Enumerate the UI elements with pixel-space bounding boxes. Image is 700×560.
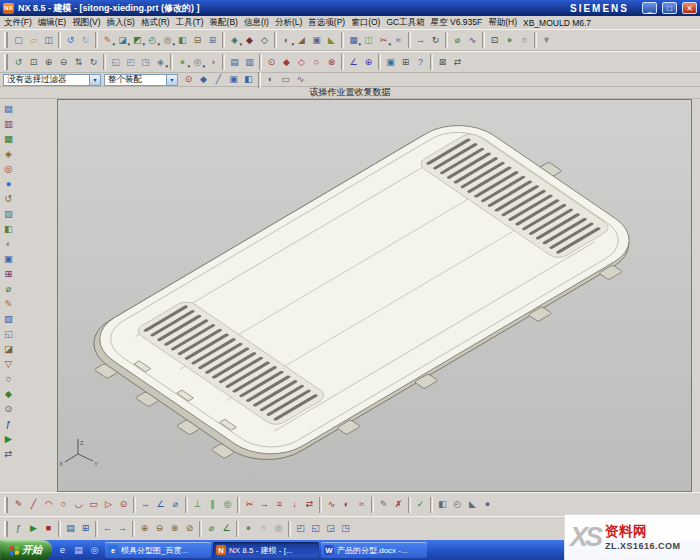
studio-mode-icon[interactable]: ◑ (205, 56, 220, 69)
snap-center-icon[interactable]: ○ (309, 56, 324, 69)
extrude-icon[interactable]: ◩▾ (130, 34, 145, 47)
minimize-button[interactable]: _ (642, 2, 657, 14)
side-view-icon[interactable]: ◳ (138, 56, 153, 69)
select-edge-icon[interactable]: ╱ (211, 73, 226, 86)
menu-item-6[interactable]: 工具(T) (176, 17, 204, 29)
sphere-icon[interactable]: ● (480, 495, 495, 515)
taskbar-task[interactable]: W产品的分型.docx -... (321, 542, 427, 558)
move-object-icon[interactable]: → (413, 34, 428, 47)
layer-settings-icon[interactable]: ▤ (227, 56, 242, 69)
menu-item-13[interactable]: 星空 V6.935F (431, 17, 483, 29)
view-cube-side-icon[interactable]: ◱ (308, 519, 323, 539)
dim-linear-icon[interactable]: ↔ (138, 495, 153, 515)
constraint-navigator-icon[interactable]: ▥ (2, 116, 16, 131)
revolve-icon[interactable]: ◴▾ (145, 34, 160, 47)
redo-icon[interactable]: ↻ (78, 34, 93, 47)
fullscreen-icon[interactable]: ⊠ (435, 56, 450, 69)
ellipse-icon[interactable]: ◐ (339, 495, 354, 515)
select-face-icon[interactable]: ▣ (226, 73, 241, 86)
settings-icon[interactable]: ⊙ (2, 401, 16, 416)
stop-macro-icon[interactable]: ■ (41, 519, 56, 539)
top-view-icon[interactable]: ◰ (123, 56, 138, 69)
wcs-dynamics-icon[interactable]: ⊕ (361, 56, 376, 69)
quick-trim-icon[interactable]: ✂ (242, 495, 257, 515)
snap-toggle-icon[interactable]: ⊙ (181, 73, 196, 86)
taskbar-task[interactable]: NNX 8.5 - 建模 - [... (213, 542, 319, 558)
line-icon[interactable]: ╱ (26, 495, 41, 515)
trim-body-icon[interactable]: ✂▾ (376, 34, 391, 47)
snap-midpoint-icon[interactable]: ◇ (294, 56, 309, 69)
menu-item-15[interactable]: XB_MOULD M6.7 (523, 18, 591, 28)
play-macro-icon[interactable]: ▶ (26, 519, 41, 539)
pattern-icon[interactable]: ▦▾ (346, 34, 361, 47)
menu-item-5[interactable]: 格式(R) (141, 17, 170, 29)
mirror-curve-icon[interactable]: ⇄ (302, 495, 317, 515)
selection-scope-combo[interactable]: 整个装配 ▾ (104, 74, 178, 86)
boolean-subtract-icon[interactable]: ⊖ (152, 519, 167, 539)
menu-item-9[interactable]: 分析(L) (275, 17, 302, 29)
group-objects-icon[interactable]: ⊞ (78, 519, 93, 539)
reset-orientation-icon[interactable]: ⇄ (450, 56, 465, 69)
chamfer-icon[interactable]: ◢ (294, 34, 309, 47)
wireframe-mode-icon[interactable]: ◎▾ (190, 56, 205, 69)
close-button[interactable]: ✕ (682, 2, 697, 14)
datum-plane-icon[interactable]: ◪▾ (115, 34, 130, 47)
menu-item-12[interactable]: GC工具箱 (386, 17, 424, 29)
menu-item-8[interactable]: 信息(I) (244, 17, 269, 29)
layer-visible-icon[interactable]: ▥ (242, 56, 257, 69)
draft-icon[interactable]: ◣ (324, 34, 339, 47)
fit-icon[interactable]: ⊡ (26, 56, 41, 69)
measure-tool-icon[interactable]: ⌀ (2, 281, 16, 296)
templates-icon[interactable]: ▣ (2, 251, 16, 266)
sync-icon[interactable]: ⇄ (2, 446, 16, 461)
boolean-none-icon[interactable]: ⊘ (182, 519, 197, 539)
edge-blend-icon[interactable]: ◐▾ (279, 34, 294, 47)
toolbar-handle[interactable] (4, 32, 8, 48)
sections-icon[interactable]: ◪ (2, 341, 16, 356)
viewport-canvas[interactable]: Z Y X (58, 100, 691, 491)
undo-icon[interactable]: ↺ (63, 34, 78, 47)
menu-item-3[interactable]: 视图(V) (72, 17, 100, 29)
zoom-in-icon[interactable]: ⊕ (41, 56, 56, 69)
dim-radial-icon[interactable]: ⌀ (168, 495, 183, 515)
history-icon[interactable]: ↺ (2, 191, 16, 206)
selection-filter-combo[interactable]: 没有选择过滤器 ▾ (3, 74, 101, 86)
macros-icon[interactable]: ▶ (2, 431, 16, 446)
pad-icon[interactable]: ⊞ (205, 34, 220, 47)
scenes-icon[interactable]: ◧ (2, 221, 16, 236)
search-icon[interactable]: ○ (2, 371, 16, 386)
ie-icon[interactable]: e (55, 542, 70, 558)
materials-icon[interactable]: ▨ (2, 206, 16, 221)
unite-icon[interactable]: ◈▾ (227, 34, 242, 47)
fillet-curve-icon[interactable]: ◡ (71, 495, 86, 515)
boolean-intersect-icon[interactable]: ⊗ (167, 519, 182, 539)
shell-icon[interactable]: ▣ (309, 34, 324, 47)
help-icon[interactable]: ? (413, 56, 428, 69)
snap-point-icon[interactable]: ⊙ (264, 56, 279, 69)
extend-curve-icon[interactable]: → (257, 495, 272, 515)
roles-icon[interactable]: ◐ (2, 236, 16, 251)
menu-item-11[interactable]: 窗口(O) (351, 17, 380, 29)
wcs-orient-icon[interactable]: ∠ (346, 56, 361, 69)
menu-item-4[interactable]: 插入(S) (107, 17, 135, 29)
refresh-icon[interactable]: ↺ (11, 56, 26, 69)
next-icon[interactable]: → (115, 519, 130, 539)
show-object-icon[interactable]: ◎ (271, 519, 286, 539)
menu-item-2[interactable]: 编辑(E) (38, 17, 66, 29)
save-icon[interactable]: ◫ (41, 34, 56, 47)
chevron-down-icon[interactable]: ▾ (166, 75, 177, 85)
front-view-icon[interactable]: ◱ (108, 56, 123, 69)
snap-intersection-icon[interactable]: ⊗ (324, 56, 339, 69)
toolbar-handle[interactable] (4, 54, 8, 70)
role-icon[interactable]: ▼ (539, 34, 554, 47)
sketch-icon[interactable]: ✎▾ (100, 34, 115, 47)
view-cube-iso-icon[interactable]: ◳ (338, 519, 353, 539)
subtract-icon[interactable]: ◆ (242, 34, 257, 47)
taskbar-task[interactable]: e模具分型图_百度... (105, 542, 211, 558)
pan-icon[interactable]: ⇅ (71, 56, 86, 69)
block-icon[interactable]: ◧ (435, 495, 450, 515)
arc-icon[interactable]: ◠ (41, 495, 56, 515)
finish-sketch-icon[interactable]: ✓ (413, 495, 428, 515)
fit-view-icon[interactable]: ⊡ (487, 34, 502, 47)
perpendicular-icon[interactable]: ⊥ (190, 495, 205, 515)
